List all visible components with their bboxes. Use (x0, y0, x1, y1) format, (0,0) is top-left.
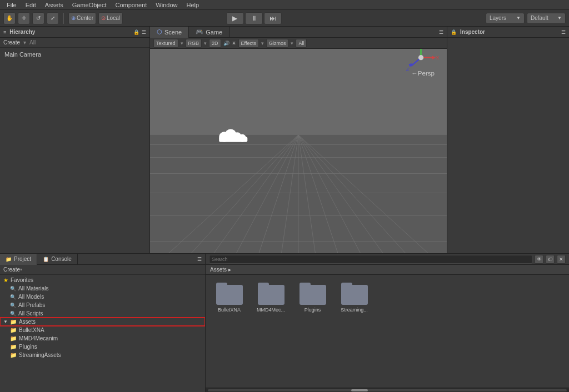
local-icon: ⊙ (101, 15, 106, 21)
assets-eye-btn[interactable]: 👁 (535, 255, 543, 264)
tree-all-models[interactable]: 🔍 All Models (0, 293, 205, 301)
bottom-tabs: 📁 Project 📋 Console ☰ (0, 254, 205, 265)
pivot-icon: ⊕ (71, 15, 76, 21)
hierarchy-panel: ≡ Hierarchy 🔒 ☰ Create ▾ All Main Camera (0, 27, 150, 253)
search-icon-models: 🔍 (10, 294, 16, 300)
assets-search-input[interactable] (209, 255, 532, 264)
center-btn[interactable]: ⊕ Center (68, 12, 96, 24)
pause-button[interactable]: ⏸ (245, 12, 263, 24)
2d-btn[interactable]: 2D (209, 39, 221, 48)
gizmos-btn[interactable]: Gizmos (266, 39, 289, 48)
svg-point-37 (418, 55, 423, 60)
hierarchy-content: Main Camera (0, 48, 149, 253)
scene-tab-label: Scene (164, 29, 182, 36)
scene-menu-icon[interactable]: ☰ (439, 29, 443, 35)
bulletxna-asset-label: BulletXNA (218, 307, 241, 313)
sun-icon: ☀ (232, 41, 236, 46)
console-tab-label: Console (51, 256, 72, 262)
project-tree: ★ Favorites 🔍 All Materials 🔍 All Models… (0, 275, 205, 392)
hierarchy-title: Hierarchy (9, 29, 35, 35)
project-tab[interactable]: 📁 Project (0, 254, 37, 265)
project-panel-options[interactable]: ☰ (197, 257, 202, 262)
tool-scale[interactable]: ⤢ (47, 12, 59, 24)
scene-area[interactable]: Y X Z ←Persp (150, 49, 447, 253)
mmd4-folder-icon: 📁 (10, 335, 17, 341)
folder-body-icon (300, 285, 326, 305)
tree-favorites[interactable]: ★ Favorites (0, 276, 205, 284)
tree-all-scripts[interactable]: 🔍 All Scripts (0, 309, 205, 318)
hierarchy-create-btn[interactable]: Create (3, 39, 20, 46)
all-prefabs-label: All Prefabs (18, 302, 45, 308)
tree-plugins[interactable]: 📁 Plugins (0, 343, 205, 351)
plugins-folder-icon: 📁 (10, 344, 17, 350)
menu-file[interactable]: File (2, 0, 21, 9)
menu-gameobject[interactable]: GameObject (68, 0, 111, 9)
assets-close-btn[interactable]: ✕ (557, 255, 566, 264)
inspector-options-icon[interactable]: ☰ (561, 29, 566, 35)
asset-mmd4mec[interactable]: MMD4Mec... (253, 280, 289, 315)
scrollbar-thumb[interactable] (351, 389, 368, 391)
local-btn[interactable]: ⊙ Local (98, 12, 123, 24)
game-tab-icon: 🎮 (196, 28, 203, 36)
plugins-folder (300, 283, 326, 305)
bulletxna-folder (216, 283, 243, 305)
menu-edit[interactable]: Edit (21, 0, 41, 9)
scene-tab-icon: ⬡ (157, 28, 162, 36)
tree-all-materials[interactable]: 🔍 All Materials (0, 284, 205, 293)
rgb-btn[interactable]: RGB (186, 39, 202, 48)
default-dropdown[interactable]: Default ▼ (527, 13, 566, 24)
hierarchy-item-main-camera[interactable]: Main Camera (0, 50, 149, 59)
asset-bulletxna[interactable]: BulletXNA (211, 280, 247, 315)
toolbar-sep-1 (63, 13, 64, 24)
all-models-label: All Models (18, 294, 44, 300)
textured-btn[interactable]: Textured (153, 39, 178, 48)
toolbar: ✋ ✛ ↺ ⤢ ⊕ Center ⊙ Local ▶ ⏸ ⏭ Layers ▼ … (0, 10, 569, 27)
asset-plugins[interactable]: Plugins (295, 280, 331, 315)
scrollbar-track (208, 389, 567, 391)
svg-text:Z: Z (406, 67, 410, 72)
tool-move[interactable]: ✛ (18, 12, 30, 24)
default-arrow-icon: ▼ (557, 16, 562, 21)
bulletxna-label: BulletXNA (19, 327, 44, 333)
effects-btn[interactable]: Effects (238, 39, 259, 48)
search-icon-materials: 🔍 (10, 286, 16, 292)
menu-help[interactable]: Help (182, 0, 203, 9)
layers-dropdown[interactable]: Layers ▼ (486, 13, 525, 24)
bottom-area: 📁 Project 📋 Console ☰ Create ▾ ★ Favorit… (0, 253, 569, 392)
project-create-btn[interactable]: Create (3, 267, 20, 273)
play-button[interactable]: ▶ (226, 12, 244, 24)
menu-bar: File Edit Assets GameObject Component Wi… (0, 0, 569, 10)
gizmos-sep: ▾ (291, 41, 293, 46)
tree-mmd4mecanim[interactable]: 📁 MMD4Mecanim (0, 334, 205, 343)
game-tab[interactable]: 🎮 Game (189, 27, 229, 38)
tool-hand[interactable]: ✋ (3, 12, 16, 24)
console-tab[interactable]: 📋 Console (37, 254, 78, 265)
console-icon: 📋 (43, 257, 49, 262)
all-materials-label: All Materials (18, 285, 48, 292)
scene-all-btn[interactable]: All (296, 39, 307, 48)
favorites-star-icon: ★ (3, 277, 8, 283)
menu-assets[interactable]: Assets (41, 0, 68, 9)
project-console-panel: 📁 Project 📋 Console ☰ Create ▾ ★ Favorit… (0, 254, 206, 392)
default-label: Default (531, 15, 548, 21)
svg-rect-27 (219, 137, 247, 142)
scene-tab[interactable]: ⬡ Scene (150, 27, 189, 38)
menu-component[interactable]: Component (111, 0, 151, 9)
assets-tag-btn[interactable]: 🏷 (546, 255, 555, 264)
inspector-panel: 🔒 Inspector ☰ (447, 27, 569, 253)
tree-all-prefabs[interactable]: 🔍 All Prefabs (0, 301, 205, 309)
hierarchy-all-label: All (29, 39, 36, 46)
plugins-asset-label: Plugins (305, 307, 321, 313)
svg-text:X: X (436, 55, 439, 61)
scene-sep2: ▾ (204, 41, 207, 46)
favorites-label: Favorites (11, 277, 33, 283)
tree-assets[interactable]: ▼ 📁 Assets (0, 318, 205, 326)
effects-sep: ▾ (261, 41, 264, 46)
asset-streaming[interactable]: Streaming... (336, 280, 372, 315)
tree-bulletxna[interactable]: 📁 BulletXNA (0, 326, 205, 334)
folder-body-icon (341, 285, 368, 305)
tree-streamingassets[interactable]: 📁 StreamingAssets (0, 351, 205, 359)
step-button[interactable]: ⏭ (264, 12, 282, 24)
menu-window[interactable]: Window (151, 0, 182, 9)
tool-rotate[interactable]: ↺ (32, 12, 44, 24)
